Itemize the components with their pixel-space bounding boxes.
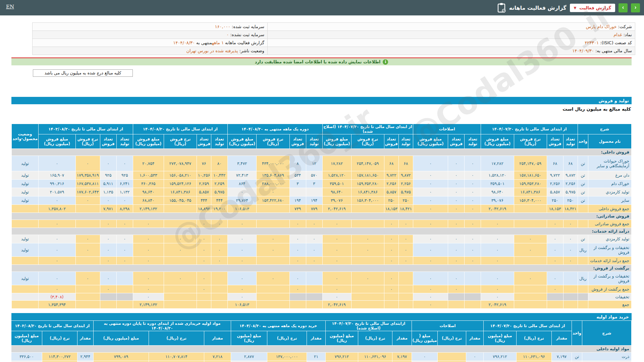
value-cell: ۶۸ xyxy=(547,156,563,171)
value-cell: ۰ xyxy=(481,285,514,293)
value-cell: ۰ xyxy=(322,235,351,243)
nav-forward-button[interactable]: › xyxy=(619,3,628,12)
info-right-cell: سال مالی منتهی به: ۱۴۰۴/۰۹/۳۰ xyxy=(267,47,635,55)
value-cell: ۹۲۵ xyxy=(116,171,133,180)
value-cell: ۱۱۰,۷۰۷,۸۱۴ xyxy=(149,353,204,361)
value-cell: ۰ xyxy=(465,156,481,171)
value-cell: ۰ xyxy=(228,235,257,243)
note-row: کلیه مبالغ درج شده به میلیون ریال می باش… xyxy=(0,69,644,77)
nav-back-button[interactable]: ‹ xyxy=(631,3,640,12)
value-cell: ۱۵۳,۴۲۲,۶۸۰ xyxy=(257,196,289,205)
info-value: ۱۴۰۴/۰۸/۳۰ xyxy=(173,40,195,45)
value-cell: ۱۸,۱۵۳ xyxy=(547,205,563,213)
value-cell xyxy=(75,220,100,228)
value-cell: ۲,۲۵۶ xyxy=(384,180,398,188)
value-cell xyxy=(116,293,133,301)
value-cell: ۳۹,۰۷۶ xyxy=(322,196,351,205)
value-cell xyxy=(547,293,563,301)
value-cell: ۰ xyxy=(465,188,481,196)
value-cell xyxy=(514,257,547,265)
page-title: گزارش فعالیت ماهانه xyxy=(509,5,567,11)
value-cell: ۰ xyxy=(398,243,413,257)
production-sales-table: شرحاز ابتدای سال مالی تا تاریخ ۱۴۰۴/۰۷/۳… xyxy=(11,124,632,309)
unit-cell: تن xyxy=(578,156,588,171)
status-cell: تولید xyxy=(12,243,39,257)
value-cell: ۰ xyxy=(413,272,448,285)
value-cell: ۰ xyxy=(228,243,257,257)
value-cell: ۰ xyxy=(116,196,133,205)
row-label-cell: دان مرغ xyxy=(588,171,631,180)
value-cell: ۰ xyxy=(100,235,116,243)
column-header: مبلغ فروش (میلیون ریال) xyxy=(322,134,351,149)
topbar-right-group: گزارش فعالیت ماهانه گزارش فعالیت ▼ › ‹ xyxy=(497,0,640,15)
value-cell: ۰ xyxy=(547,272,563,285)
value-cell: ۰ xyxy=(133,257,164,265)
info-label: گزارش فعالیت ماهانه xyxy=(224,40,264,45)
value-cell: ۰ xyxy=(228,272,257,285)
discount-row: تخفیفات۰۰۰۰۰(۳,۴۰۸) xyxy=(12,293,632,301)
value-cell: ۰ xyxy=(100,243,116,257)
value-cell: ۳۹,۰۷۶ xyxy=(481,196,514,205)
value-cell: ۰ xyxy=(322,285,351,293)
value-cell: ۰ xyxy=(197,235,211,243)
row-label-cell: ذرت xyxy=(582,353,632,361)
value-cell: ۰ xyxy=(39,156,75,171)
value-cell: ۰ xyxy=(77,361,93,362)
value-cell: ۰ xyxy=(39,235,75,243)
value-cell: ۲,۸۷۷ xyxy=(231,353,267,361)
value-cell: ۰ xyxy=(322,220,351,228)
value-cell: ۰ xyxy=(100,196,116,205)
value-cell: ۰ xyxy=(322,272,351,285)
value-cell: ۸۰ xyxy=(211,156,228,171)
value-cell: ۰ xyxy=(384,285,398,293)
value-cell: ۵,۸۵۷ xyxy=(547,188,563,196)
data-row: ذرتتن۷,۱۹۷۱۱۰,۶۳۱,۰۹۶۷۹۶,۲۱۲۰۰۷,۱۹۷۱۱۰,۶… xyxy=(11,353,631,361)
language-switch-en[interactable]: EN xyxy=(6,4,14,10)
value-cell: ۰ xyxy=(384,272,398,285)
value-cell: ۲۱۱,۰۶۶,۶۶۷ xyxy=(517,361,552,362)
value-cell: ۹,۸۷۲ xyxy=(563,171,578,180)
value-cell: ۰ xyxy=(465,220,481,228)
value-cell xyxy=(257,257,289,265)
value-cell: ۱,۱۳۲ xyxy=(116,188,133,196)
value-cell: ۲۳۶,۶۹۰,۴۷۶ xyxy=(149,361,204,362)
value-cell: ۰ xyxy=(448,285,465,293)
info-label: کد صنعت (ISIC): xyxy=(599,40,632,45)
group-label: مواد اولیه داخلی xyxy=(11,346,631,353)
value-cell: ۰ xyxy=(465,180,481,188)
data-row: خوراک دامتن۲,۲۵۶۲,۲۵۶۱۵۹,۳۵۳,۲۸۰۳۵۹,۵۰۱۰… xyxy=(12,180,632,188)
info-label: منتهی به xyxy=(195,40,212,45)
report-type-dropdown[interactable]: گزارش فعالیت ▼ xyxy=(570,4,615,12)
value-cell: ۰ xyxy=(351,272,384,285)
group-row: فروش صادراتی: xyxy=(12,213,632,220)
value-cell: ۱۷,۲۸۲ xyxy=(481,156,514,171)
value-cell: ۱۸,۴۲۱ xyxy=(398,205,413,213)
value-cell: ۰ xyxy=(448,156,465,171)
row-label-cell: تولید کارمزدي xyxy=(588,235,631,243)
unit-cell xyxy=(578,257,588,265)
value-cell: ۰ xyxy=(413,293,448,301)
value-cell xyxy=(398,293,413,301)
value-cell: ۰ xyxy=(413,188,448,196)
status-cell: تولید xyxy=(12,235,39,243)
value-cell xyxy=(514,293,547,301)
value-cell: ۰ xyxy=(197,257,211,265)
value-cell xyxy=(164,285,197,293)
row-label-cell: خوراک حیوانات آزمایشگاهي و سایر xyxy=(588,156,631,171)
value-cell xyxy=(257,220,289,228)
value-cell: ۰ xyxy=(465,171,481,180)
total-row: جمع فروش داخلی۱۸,۴۲۱۱۸,۱۵۳۲,۰۴۲,۶۱۹۰۰۰۱۸… xyxy=(12,205,632,213)
value-cell: ۰ xyxy=(39,257,75,265)
status-cell xyxy=(12,285,39,293)
value-cell: ۱۹۴ xyxy=(306,196,322,205)
data-row: تولید کارمزديتن۰۰۰۰۰۰۰۰۰۰۰۰۰۰۰۰۰۰۰۰۰۰۰تو… xyxy=(12,235,632,243)
status-cell xyxy=(12,257,39,265)
value-cell: ۶,۷۷۵ xyxy=(231,361,267,362)
column-header: نرخ فروش (ریال) xyxy=(351,134,384,149)
value-cell: ۰ xyxy=(481,293,514,301)
value-cell: ۲۸۸,۰۰۰,۰۰۰ xyxy=(257,180,289,188)
value-cell: ۹,۷۲۲ xyxy=(384,171,398,180)
column-header: مقدار xyxy=(552,331,572,346)
info-label: سرمایه ثبت شده: xyxy=(230,24,264,29)
value-cell: ۱۶۵,۹۰۷ xyxy=(39,171,75,180)
